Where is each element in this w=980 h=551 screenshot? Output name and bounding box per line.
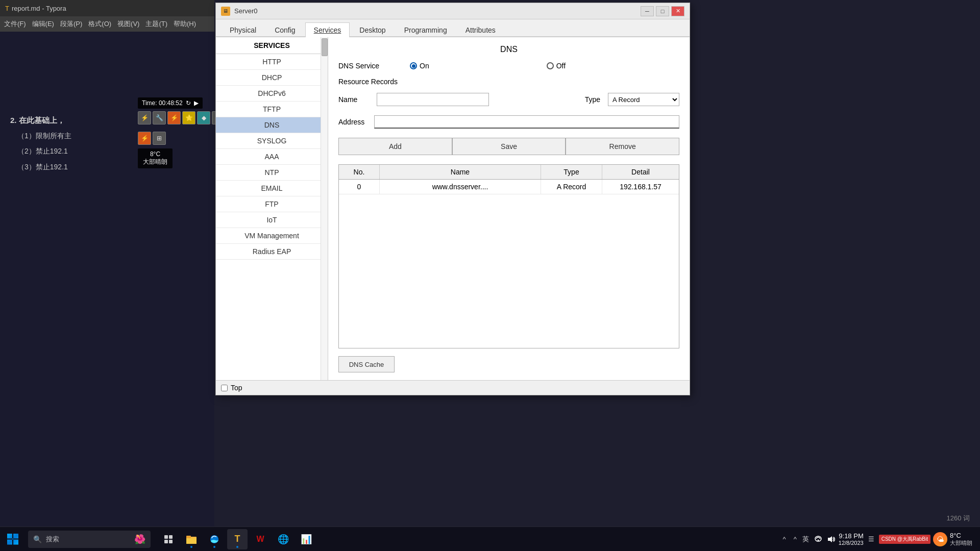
menu-format[interactable]: 格式(O) — [88, 19, 111, 29]
typora-icon: T — [5, 5, 9, 12]
address-input[interactable] — [374, 115, 679, 129]
network-icon[interactable] — [813, 534, 823, 544]
radio-off-label: Off — [556, 62, 566, 70]
notification-icon[interactable]: ☰ — [866, 534, 876, 544]
toolbar-icons-row1: ⚡ 🔧 ⚡ ⭐ ◆ ◉ — [138, 111, 225, 124]
service-aaa[interactable]: AAA — [216, 149, 328, 165]
dns-service-row: DNS Service On Off — [338, 62, 679, 70]
toolbar-icons-row2: ⚡ ⊞ — [138, 132, 166, 145]
app7-button[interactable]: 📊 — [296, 529, 316, 549]
cell-no-0: 0 — [339, 180, 380, 194]
service-dhcp[interactable]: DHCP — [216, 70, 328, 86]
tray-expand[interactable]: ^ — [779, 534, 790, 544]
radio-on[interactable]: On — [410, 62, 429, 70]
start-button[interactable] — [0, 527, 26, 552]
dialog-titlebar-left: 🖥 Server0 — [221, 7, 258, 16]
service-email[interactable]: EMAIL — [216, 181, 328, 196]
services-list: HTTP DHCP DHCPv6 TFTP DNS SYSLOG AAA NTP… — [216, 54, 328, 380]
tool-icon-3[interactable]: ⚡ — [167, 111, 181, 124]
edge-button[interactable] — [204, 529, 225, 549]
typora-title: report.md - Typora — [12, 5, 66, 12]
service-radius[interactable]: Radius EAP — [216, 244, 328, 260]
sidebar-scrollbar[interactable] — [321, 37, 328, 380]
volume-svg — [827, 535, 835, 543]
dns-service-label: DNS Service — [338, 62, 395, 70]
service-syslog[interactable]: SYSLOG — [216, 133, 328, 149]
menu-theme[interactable]: 主题(T) — [145, 19, 167, 29]
wps-button[interactable]: W — [250, 529, 271, 549]
type-label: Type — [585, 95, 600, 104]
menu-edit[interactable]: 编辑(E) — [32, 19, 54, 29]
app6-button[interactable]: 🌐 — [273, 529, 293, 549]
close-button[interactable]: ✕ — [671, 6, 684, 16]
service-http[interactable]: HTTP — [216, 54, 328, 70]
windows-icon — [7, 534, 18, 545]
top-row: Top — [216, 380, 690, 395]
top-checkbox[interactable] — [221, 385, 228, 391]
taskview-button[interactable] — [158, 529, 179, 549]
tool-icon-7[interactable]: ⚡ — [138, 132, 151, 145]
service-iot[interactable]: IoT — [216, 212, 328, 228]
top-label: Top — [231, 384, 242, 392]
tab-programming[interactable]: Programming — [396, 22, 456, 37]
services-header: SERVICES — [216, 37, 328, 54]
service-dhcpv6[interactable]: DHCPv6 — [216, 86, 328, 102]
tool-icon-8[interactable]: ⊞ — [153, 132, 166, 145]
tool-icon-1[interactable]: ⚡ — [138, 111, 151, 124]
dns-radio-group: On Off — [410, 62, 566, 70]
maximize-button[interactable]: □ — [656, 6, 669, 16]
timer-play-icon[interactable]: ▶ — [194, 99, 199, 107]
service-tftp[interactable]: TFTP — [216, 102, 328, 117]
service-ntp[interactable]: NTP — [216, 165, 328, 181]
scrollbar-thumb — [322, 38, 328, 56]
menu-paragraph[interactable]: 段落(P) — [60, 19, 82, 29]
csdn-badge[interactable]: CSDN @大禹RabBit — [879, 535, 930, 544]
col-name: Name — [380, 165, 541, 179]
menu-help[interactable]: 帮助(H) — [174, 19, 196, 29]
edge-icon — [209, 534, 220, 545]
tool-icon-4[interactable]: ⭐ — [182, 111, 195, 124]
tab-physical[interactable]: Physical — [221, 22, 265, 37]
taskbar-weather[interactable]: 🌤 8°C 大部晴朗 — [933, 532, 972, 547]
tray-lang-pinyin[interactable]: 英 — [801, 534, 811, 545]
tab-desktop[interactable]: Desktop — [351, 22, 394, 37]
table-row-0[interactable]: 0 www.dnsserver.... A Record 192.168.1.5… — [339, 180, 679, 194]
taskbar: 🔍 搜索 🌺 — [0, 527, 980, 551]
menu-file[interactable]: 文件(F) — [4, 19, 26, 29]
search-placeholder: 搜索 — [46, 535, 59, 544]
volume-icon[interactable] — [826, 534, 836, 544]
table-header: No. Name Type Detail — [339, 165, 679, 180]
name-input[interactable] — [377, 93, 489, 106]
service-ftp[interactable]: FTP — [216, 196, 328, 212]
dns-panel: DNS DNS Service On Off Resource Records — [328, 37, 690, 380]
tab-services[interactable]: Services — [305, 22, 350, 37]
service-vm[interactable]: VM Management — [216, 228, 328, 244]
tool-icon-2[interactable]: 🔧 — [153, 111, 166, 124]
search-bar[interactable]: 🔍 搜索 🌺 — [28, 531, 151, 548]
radio-off[interactable]: Off — [542, 62, 566, 70]
remove-button[interactable]: Remove — [566, 138, 679, 155]
add-button[interactable]: Add — [338, 138, 452, 155]
tray-lang-en[interactable]: ^ — [792, 534, 798, 544]
editor-menubar: 文件(F) 编辑(E) 段落(P) 格式(O) 视图(V) 主题(T) 帮助(H… — [0, 16, 214, 32]
radio-on-circle — [410, 62, 417, 69]
service-dns[interactable]: DNS — [216, 117, 328, 133]
type-select[interactable]: A Record — [608, 93, 679, 106]
svg-rect-5 — [186, 538, 197, 544]
menu-view[interactable]: 视图(V) — [117, 19, 139, 29]
dns-cache-button[interactable]: DNS Cache — [338, 356, 395, 372]
typora-button[interactable]: T — [227, 529, 248, 549]
minimize-button[interactable]: ─ — [641, 6, 654, 16]
tab-attributes[interactable]: Attributes — [457, 22, 504, 37]
cell-type-0: A Record — [541, 180, 602, 194]
tray-time[interactable]: 9:18 PM 12/8/2023 — [839, 532, 864, 546]
save-button[interactable]: Save — [452, 138, 566, 155]
tab-bar: Physical Config Services Desktop Program… — [216, 19, 690, 37]
tab-config[interactable]: Config — [266, 22, 304, 37]
server-icon: 🖥 — [221, 7, 230, 16]
text-line-4: （3）禁止192.1 — [10, 161, 204, 173]
timer-loop-icon[interactable]: ↻ — [186, 99, 191, 107]
tool-icon-5[interactable]: ◆ — [197, 111, 210, 124]
search-extra-icon: 🌺 — [134, 534, 145, 545]
file-explorer-button[interactable] — [181, 529, 202, 549]
